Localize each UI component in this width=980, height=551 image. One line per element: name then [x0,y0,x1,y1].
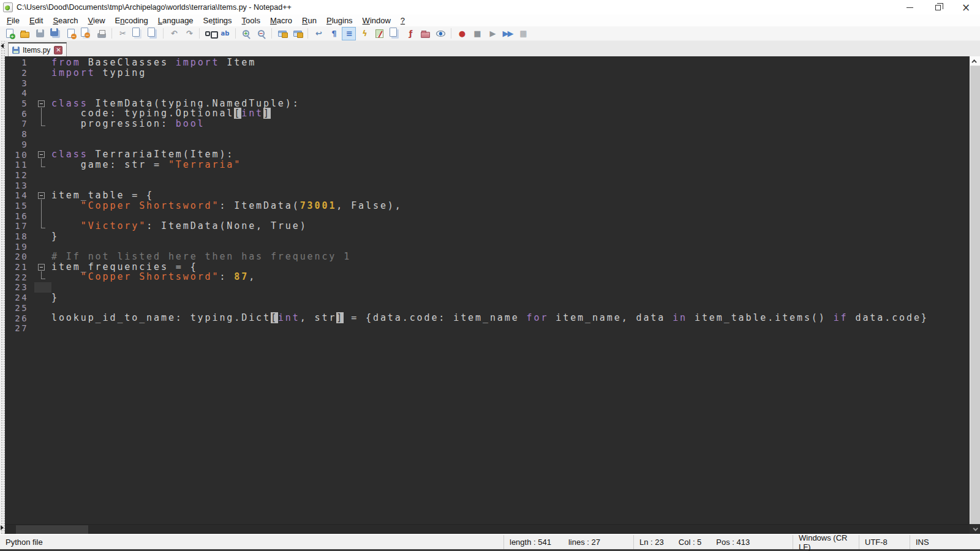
menu-item-view[interactable]: View [83,15,110,26]
save-file-button[interactable] [33,27,47,40]
paste-button[interactable] [146,27,160,40]
menu-item-encoding[interactable]: Encoding [110,15,153,26]
monitoring-button[interactable] [434,27,448,40]
vertical-scrollbar-thumb[interactable] [970,66,980,524]
show-indent-guide-button[interactable]: ≡ [342,27,356,40]
fold-marker-start[interactable] [34,262,51,272]
statusbar: Python file length : 541 lines : 27 Ln :… [0,534,980,549]
fold-collapse-icon[interactable] [38,100,45,107]
window-titlebar: C:\Users\Dood\Documents\tmp\Archipelago\… [0,0,980,15]
horizontal-scrollbar-thumb[interactable] [16,525,88,534]
zoom-in-button[interactable] [239,27,253,40]
token-default [51,220,81,231]
menu-item-search[interactable]: Search [48,15,83,26]
code-editor[interactable]: 1from BaseClasses import Item2import typ… [5,56,970,524]
replace-button[interactable] [218,27,232,40]
macro-run-multiple-icon: ▶▶ [503,29,513,37]
new-file-button[interactable] [2,27,17,40]
line-number: 10 [5,150,34,160]
menu-item-window[interactable]: Window [358,15,396,26]
code-line: 16 [5,211,970,221]
code-line: 8 [5,129,970,140]
code-line: 5class ItemData(typing.NamedTuple): [5,99,970,109]
token-keyword: int [278,312,300,323]
line-number: 18 [5,231,34,241]
fold-margin [34,241,51,252]
word-wrap-button[interactable]: ↩ [311,27,325,40]
cut-button[interactable]: ✂ [115,27,129,40]
macro-save-button[interactable]: ▦ [516,27,530,40]
notepadpp-app-icon [3,2,13,12]
vertical-scrollbar[interactable] [970,56,980,524]
save-all-button[interactable] [48,27,62,40]
menu-item-settings[interactable]: Settings [198,15,237,26]
scrollbar-up-button[interactable] [970,56,980,66]
copy-button[interactable] [130,27,145,40]
define-language-button[interactable]: ϟ [357,27,371,40]
show-all-characters-button[interactable]: ¶ [326,27,341,40]
show-indent-guide-icon: ≡ [346,29,352,37]
fold-margin [34,323,51,334]
minimize-button[interactable] [895,0,924,15]
tab-close-icon[interactable]: ✕ [54,46,62,54]
find-button[interactable] [203,27,217,40]
function-list-button[interactable]: ƒ [403,27,417,40]
token-bracket: [ [234,108,241,119]
sync-horizontal-scroll-button[interactable] [290,27,304,40]
menu-item-language[interactable]: Language [153,15,198,26]
close-all-button[interactable] [79,27,93,40]
fold-collapse-icon[interactable] [38,264,45,271]
undo-button[interactable]: ↶ [167,27,181,40]
fold-marker-start[interactable] [34,149,51,160]
token-number: 87 [234,271,249,282]
code-line: 27 [5,323,970,334]
code-text: class ItemData(typing.NamedTuple): [51,99,970,109]
fold-margin [34,68,51,78]
menu-item-[interactable]: ? [396,15,410,26]
line-number: 17 [5,221,34,231]
line-number: 7 [5,119,34,129]
line-number: 1 [5,58,34,67]
menu-item-file[interactable]: File [2,15,24,26]
paste-icon [148,28,155,37]
menu-item-tools[interactable]: Tools [237,15,265,26]
fold-marker-mid [34,211,51,221]
tabbar: Items.py ✕ [5,41,980,56]
macro-record-button[interactable]: ● [454,27,469,40]
close-file-button[interactable] [64,27,78,40]
line-number: 16 [5,211,34,221]
zoom-out-button[interactable] [254,27,268,40]
menu-item-plugins[interactable]: Plugins [322,15,358,26]
document-map-button[interactable] [372,27,386,40]
folder-as-workspace-button[interactable] [418,27,432,40]
tab-items-py[interactable]: Items.py ✕ [8,42,67,56]
fold-marker-start[interactable] [34,190,51,201]
fold-collapse-icon[interactable] [38,151,45,158]
new-file-icon [6,29,13,38]
menu-item-edit[interactable]: Edit [24,15,48,26]
restore-button[interactable] [924,0,952,15]
macro-stop-button[interactable]: ■ [470,27,484,40]
token-keyword: if [834,312,848,323]
toolbar-separator [163,28,164,39]
fold-collapse-icon[interactable] [38,192,45,199]
menu-item-macro[interactable]: Macro [265,15,297,26]
close-button[interactable]: × [952,0,980,15]
print-button[interactable] [94,27,108,40]
redo-button[interactable]: ↷ [182,27,196,40]
document-list-button[interactable] [388,27,402,40]
sync-vertical-scroll-button[interactable] [275,27,289,40]
menu-item-run[interactable]: Run [297,15,322,26]
code-line: 19 [5,241,970,252]
token-default: typing [96,67,147,78]
code-line: 25 [5,303,970,313]
open-file-button[interactable] [18,27,32,40]
status-length: length : 541 [510,538,551,547]
left-dock-strip[interactable] [0,41,5,534]
macro-run-multiple-button[interactable]: ▶▶ [500,27,514,40]
scrollbar-down-button[interactable] [970,524,980,534]
code-line: 24} [5,293,970,303]
macro-play-button[interactable]: ▶ [485,27,499,40]
horizontal-scrollbar[interactable] [5,524,970,534]
fold-marker-start[interactable] [34,99,51,109]
